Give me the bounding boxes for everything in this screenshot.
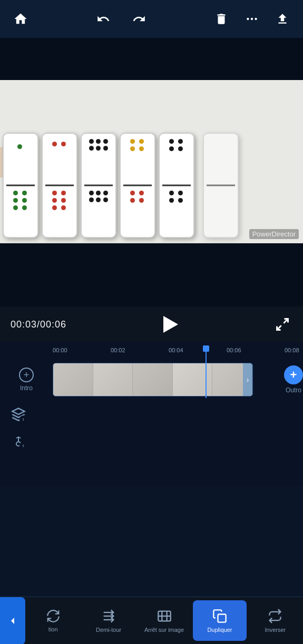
rotation-icon [46, 609, 60, 623]
clip-track[interactable]: ‹ [53, 361, 280, 398]
home-button[interactable] [11, 9, 31, 29]
audio-track-button[interactable]: i [8, 430, 29, 451]
add-outro-button[interactable]: + Outro [284, 365, 303, 394]
dark-bottom-overlay [0, 243, 303, 306]
toolbar-center [93, 9, 149, 29]
domino-scene: PowerDirector [0, 80, 303, 243]
layer-badge: i [19, 415, 27, 423]
clip-frame-1 [53, 363, 93, 396]
svg-marker-5 [12, 408, 24, 414]
inverser-tool[interactable]: Inverser [249, 600, 302, 641]
extra-tracks: i i [0, 401, 303, 454]
play-button[interactable] [157, 312, 182, 337]
svg-point-1 [251, 18, 253, 20]
delete-button[interactable] [211, 9, 231, 29]
audio-track-row: i [0, 428, 303, 454]
ruler-mark-2: 00:02 [111, 347, 169, 353]
outro-plus-icon: + [284, 365, 303, 384]
right-arrow-icon: › [247, 375, 249, 384]
playhead-indicator [203, 345, 209, 352]
video-preview: PowerDirector [0, 38, 303, 306]
inverser-icon [268, 609, 282, 623]
dupliquer-tool[interactable]: Dupliquer [193, 600, 246, 641]
intro-side: + Intro [0, 358, 53, 401]
domino-tile-2 [42, 133, 77, 238]
svg-rect-15 [218, 614, 226, 622]
plus-circle-icon: + [19, 368, 34, 382]
audio-badge: i [19, 442, 27, 449]
rotation-tool[interactable]: tion [26, 600, 80, 641]
add-intro-button[interactable]: + Intro [19, 368, 34, 392]
top-toolbar [0, 0, 303, 38]
outro-label: Outro [286, 387, 301, 394]
outro-side: + Outro [280, 365, 303, 394]
dupliquer-label: Dupliquer [207, 627, 232, 633]
more-button[interactable] [242, 9, 262, 29]
domino-tile-3 [81, 133, 116, 238]
dupliquer-icon [212, 609, 227, 623]
fullscreen-button[interactable] [272, 314, 292, 334]
clip-frame-2 [93, 363, 133, 396]
video-clip[interactable]: ‹ [53, 363, 253, 397]
ruler-marks: 00:00 00:02 00:04 00:06 00:08 [53, 347, 303, 353]
back-button[interactable] [0, 597, 25, 644]
playhead [206, 345, 207, 398]
clip-frame-4 [173, 363, 213, 396]
arret-image-label: Arrêt sur image [144, 627, 184, 633]
rotation-label: tion [48, 626, 58, 632]
svg-point-0 [247, 18, 249, 20]
layer-track-row: i [0, 401, 303, 428]
ruler-mark-8: 00:08 [285, 347, 303, 353]
timeline-ruler: 00:00 00:02 00:04 00:06 00:08 [0, 342, 303, 358]
export-button[interactable] [272, 9, 292, 29]
undo-button[interactable] [93, 9, 113, 29]
clip-filmstrip [53, 363, 252, 396]
domino-tile-1 [3, 133, 38, 238]
domino-tile-6 [203, 133, 239, 238]
toolbar-right [211, 9, 292, 29]
ruler-mark-4: 00:04 [169, 347, 227, 353]
dark-top-overlay [0, 38, 303, 80]
demi-tour-tool[interactable]: Demi-tour [82, 600, 135, 641]
arret-image-icon [157, 609, 172, 623]
svg-point-2 [255, 18, 257, 20]
timeline-spacer [0, 454, 303, 486]
demi-tour-label: Demi-tour [96, 627, 121, 633]
watermark: PowerDirector [249, 229, 299, 239]
demi-tour-icon [101, 609, 116, 623]
controls-bar: 00:03/00:06 [0, 306, 303, 342]
domino-tile-4 [120, 133, 155, 238]
clip-frame-3 [133, 363, 173, 396]
domino-tiles [0, 80, 303, 243]
ruler-mark-6: 00:06 [227, 347, 285, 353]
layer-track-button[interactable]: i [8, 404, 29, 425]
redo-button[interactable] [129, 9, 149, 29]
arret-image-tool[interactable]: Arrêt sur image [138, 600, 191, 641]
play-triangle-icon [163, 316, 178, 333]
timeline-area: 00:00 00:02 00:04 00:06 00:08 + Intro ‹ [0, 342, 303, 486]
clip-handle-right[interactable]: › [243, 363, 252, 396]
inverser-label: Inverser [265, 627, 286, 633]
bottom-toolbar: tion Demi-tour Arrêt sur image [0, 597, 303, 644]
timeline-track: + Intro ‹ [0, 358, 303, 401]
intro-label: Intro [20, 384, 33, 392]
domino-tile-5 [159, 133, 194, 238]
ruler-mark-0: 00:00 [53, 347, 111, 353]
time-display: 00:03/00:06 [11, 319, 66, 330]
